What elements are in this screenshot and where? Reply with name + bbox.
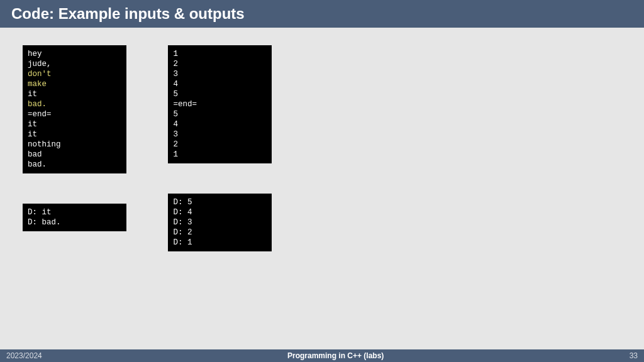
code-line: it <box>28 129 121 140</box>
code-line: 5 <box>173 89 267 99</box>
column-left: heyjude,don'tmakeitbad.=end=ititnothingb… <box>23 45 126 261</box>
slide-header: Code: Example inputs & outputs <box>0 0 644 28</box>
code-box-right-output: D: 5D: 4D: 3D: 2D: 1 <box>168 194 272 251</box>
slide-title: Code: Example inputs & outputs <box>11 5 245 23</box>
code-line: 3 <box>173 129 267 140</box>
code-line: 5 <box>173 109 267 119</box>
code-line: it <box>28 89 121 99</box>
code-line: nothing <box>28 140 121 150</box>
code-line: D: it <box>28 207 121 217</box>
code-line: D: bad. <box>28 217 121 228</box>
code-line: 4 <box>173 119 267 129</box>
footer-right: 33 <box>630 351 638 360</box>
code-line: 1 <box>173 150 267 160</box>
code-line: 3 <box>173 69 267 79</box>
code-line: it <box>28 119 121 129</box>
column-right: 12345=end=54321 D: 5D: 4D: 3D: 2D: 1 <box>168 45 272 282</box>
code-line: D: 5 <box>173 197 267 207</box>
code-line: =end= <box>28 109 121 119</box>
code-line: 2 <box>173 140 267 150</box>
slide-footer: 2023/2024 Programming in C++ (labs) 33 <box>0 349 644 362</box>
code-line: make <box>28 79 121 89</box>
code-line: 1 <box>173 49 267 59</box>
code-line: =end= <box>173 99 267 109</box>
code-line: bad <box>28 150 121 160</box>
code-box-left-input: heyjude,don'tmakeitbad.=end=ititnothingb… <box>23 45 126 173</box>
code-line: 2 <box>173 59 267 69</box>
code-line: bad. <box>28 160 121 170</box>
footer-left: 2023/2024 <box>6 351 42 360</box>
code-line: jude, <box>28 59 121 69</box>
code-box-left-output: D: itD: bad. <box>23 204 126 231</box>
code-line: bad. <box>28 99 121 109</box>
code-line: hey <box>28 49 121 59</box>
code-line: D: 1 <box>173 238 267 248</box>
code-line: D: 2 <box>173 228 267 238</box>
code-line: 4 <box>173 79 267 89</box>
code-line: D: 4 <box>173 207 267 217</box>
code-line: D: 3 <box>173 217 267 228</box>
footer-center: Programming in C++ (labs) <box>42 351 630 360</box>
code-line: don't <box>28 69 121 79</box>
slide-content: heyjude,don'tmakeitbad.=end=ititnothingb… <box>0 28 644 282</box>
code-box-right-input: 12345=end=54321 <box>168 45 272 163</box>
